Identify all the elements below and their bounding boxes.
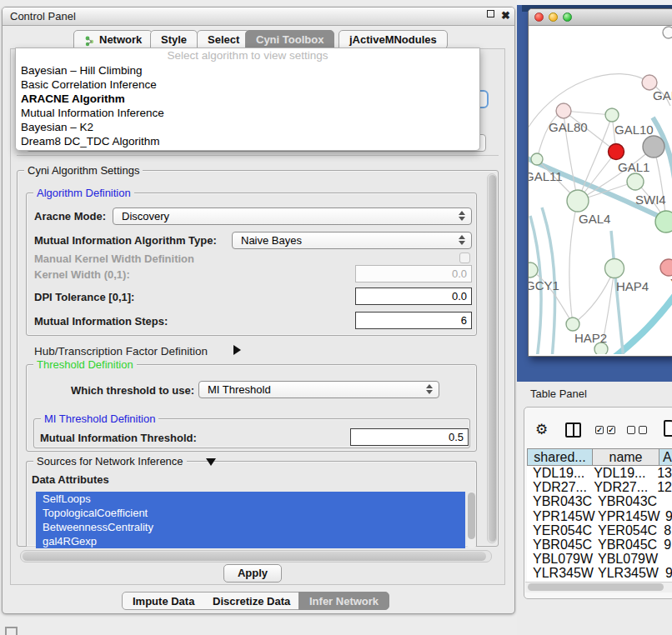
- column-header-partial[interactable]: A: [659, 448, 672, 466]
- network-node-y[interactable]: [660, 259, 672, 276]
- table-cell: 12: [650, 480, 672, 494]
- mac-close-button[interactable]: [534, 12, 544, 22]
- combobox-value: MI Threshold: [208, 383, 271, 396]
- table-row[interactable]: YBR045CYBR045C9.: [527, 538, 672, 552]
- hub-section-label[interactable]: Hub/Transcription Factor Definition: [34, 345, 208, 358]
- mac-minimize-button[interactable]: [549, 12, 558, 22]
- select-all-icon[interactable]: ✓ ✓: [595, 426, 615, 434]
- dpi-tolerance-field[interactable]: 0.0: [355, 288, 472, 305]
- table-cell: YDL19...: [527, 466, 588, 480]
- dropdown-item[interactable]: Bayesian – Hill Climbing: [16, 63, 479, 78]
- dropdown-item[interactable]: Basic Correlation Inference: [16, 78, 479, 92]
- network-tab-icon: [84, 34, 95, 45]
- network-node-label: GAL10: [614, 122, 654, 137]
- table-cell: YDR27...: [527, 480, 588, 494]
- tab-label: jActiveMNodules: [349, 31, 437, 49]
- dropdown-item[interactable]: Mutual Information Inference: [16, 106, 479, 120]
- control-panel-title: Control Panel: [10, 10, 76, 22]
- tab-cyni-toolbox[interactable]: Cyni Toolbox: [245, 30, 334, 49]
- tab-infer-network[interactable]: Infer Network: [298, 592, 389, 610]
- attribute-list-item-selected[interactable]: SelfLoops: [36, 492, 465, 506]
- dpi-tolerance-label: DPI Tolerance [0,1]:: [34, 291, 134, 303]
- network-node[interactable]: [643, 136, 664, 158]
- table-rows[interactable]: YDL19...YDL19...13YDR27...YDR27...12YBR0…: [527, 466, 672, 582]
- network-node[interactable]: [609, 144, 624, 160]
- table-row[interactable]: YLR345WYLR345W9.: [527, 566, 672, 580]
- table-cell: YLR345W: [527, 566, 592, 580]
- partial-floating-icon: [5, 627, 18, 635]
- horizontal-scrollbar-thumb[interactable]: [23, 552, 486, 561]
- dropdown-item[interactable]: ARACNE Algorithm: [16, 92, 479, 106]
- network-node-label: GAL7: [653, 88, 672, 102]
- table-cell: 9.: [657, 538, 672, 552]
- table-row[interactable]: YER054CYER054C8.: [527, 523, 672, 538]
- network-node-label: GCY1: [529, 278, 559, 292]
- table-panel-title: Table Panel: [530, 388, 587, 400]
- group-title: MI Threshold Definition: [41, 412, 158, 425]
- tab-select[interactable]: Select: [197, 30, 250, 49]
- tab-jactivemnodules[interactable]: jActiveMNodules: [339, 30, 448, 49]
- expand-arrow-icon[interactable]: [233, 345, 241, 355]
- mi-steps-field[interactable]: 6: [355, 312, 472, 329]
- table-cell: YPR145W: [592, 509, 659, 523]
- attribute-list-item-selected[interactable]: BetweennessCentrality: [36, 520, 465, 534]
- attribute-list-item-selected[interactable]: gal4RGexp: [36, 534, 465, 548]
- mi-threshold-field[interactable]: 0.5: [350, 428, 469, 446]
- collapse-arrow-icon[interactable]: [206, 458, 216, 466]
- combobox-arrows-icon: [426, 384, 433, 394]
- data-attributes-list[interactable]: SelfLoopsTopologicalCoefficientBetweenne…: [36, 492, 465, 548]
- table-cell: YBR045C: [592, 538, 657, 552]
- apply-button[interactable]: Apply: [223, 564, 282, 582]
- network-node-gal11[interactable]: [531, 153, 543, 165]
- table-row[interactable]: YDR27...YDR27...12: [527, 480, 672, 494]
- attribute-list-item-selected[interactable]: TopologicalCoefficient: [36, 506, 465, 520]
- close-icon[interactable]: ✖: [501, 9, 510, 22]
- column-header-name[interactable]: name: [592, 448, 659, 466]
- split-columns-icon[interactable]: [565, 422, 581, 438]
- table-row[interactable]: YPR145WYPR145W9.: [527, 509, 672, 523]
- dropdown-item[interactable]: Bayesian – K2: [16, 120, 479, 134]
- float-window-icon[interactable]: [487, 10, 494, 18]
- which-threshold-combobox[interactable]: MI Threshold: [198, 381, 439, 398]
- aracne-mode-combobox[interactable]: Discovery: [113, 208, 472, 225]
- dropdown-item[interactable]: Dream8 DC_TDC Algorithm: [16, 134, 479, 148]
- table-row[interactable]: YBL079WYBL079W: [527, 552, 672, 566]
- table-row[interactable]: YBR043CYBR043C: [527, 494, 672, 508]
- network-canvas[interactable]: GAL7GAL80GAL10GAL1GAL11SWI4GAL4GCY1HAP4Y…: [529, 26, 672, 354]
- table-row[interactable]: YDL19...YDL19...13: [527, 466, 672, 480]
- tab-network[interactable]: Network: [73, 30, 153, 49]
- kernel-width-field[interactable]: 0.0: [355, 265, 472, 282]
- network-node-gal4[interactable]: [567, 190, 589, 212]
- network-node-hap2[interactable]: [566, 318, 579, 331]
- network-node-gcy1[interactable]: [529, 262, 538, 278]
- checked-box-icon: ✓: [607, 426, 615, 434]
- mac-zoom-button[interactable]: [563, 12, 572, 22]
- column-header-shared-name[interactable]: shared...: [527, 448, 593, 466]
- table-cell: YPR145W: [527, 509, 592, 523]
- tab-style[interactable]: Style: [150, 30, 198, 49]
- table-scrollbar-thumb[interactable]: [528, 583, 664, 591]
- network-node-gal80[interactable]: [556, 103, 571, 118]
- network-node-gal10[interactable]: [605, 108, 619, 122]
- network-node[interactable]: [663, 27, 672, 38]
- table-cell: 9.: [659, 566, 672, 580]
- table-cell: YBL079W: [592, 552, 659, 566]
- function-builder-icon[interactable]: [664, 420, 672, 437]
- hidden-group-border: [17, 155, 499, 156]
- manual-kernel-checkbox[interactable]: [459, 252, 470, 263]
- tab-label: Cyni Toolbox: [256, 31, 323, 49]
- mi-type-combobox[interactable]: Naive Bayes: [232, 232, 472, 249]
- gear-icon[interactable]: ⚙: [535, 421, 548, 439]
- deselect-all-icon[interactable]: [627, 426, 647, 434]
- network-node-hap4[interactable]: [605, 259, 624, 278]
- network-node-gal1[interactable]: [627, 173, 644, 190]
- list-scrollbar-thumb[interactable]: [468, 492, 475, 539]
- control-panel-titlebar[interactable]: [3, 8, 514, 26]
- settings-scrollbar-thumb[interactable]: [489, 175, 496, 542]
- network-node-swi4[interactable]: [655, 211, 672, 232]
- table-cell: [659, 552, 665, 566]
- group-title: Sources for Network Inference: [33, 455, 187, 468]
- aracne-mode-label: Aracne Mode:: [34, 210, 106, 222]
- tab-discretize-data[interactable]: Discretize Data: [203, 592, 301, 610]
- tab-impute-data[interactable]: Impute Data: [122, 592, 205, 610]
